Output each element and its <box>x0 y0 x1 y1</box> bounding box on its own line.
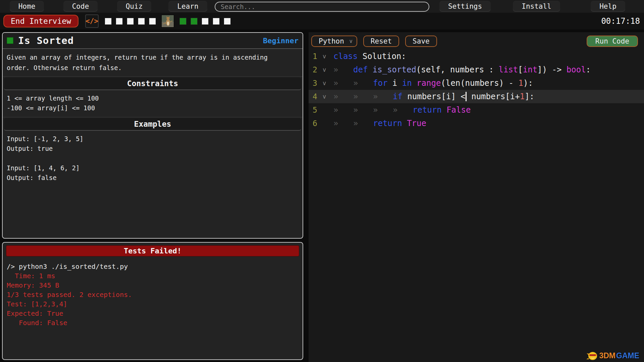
line-number: 6 <box>313 119 323 128</box>
watermark-3dm-text: 3DM <box>599 351 615 360</box>
run-code-button[interactable]: Run Code <box>587 36 638 47</box>
code-token: return <box>373 119 402 128</box>
code-token: in <box>402 78 412 88</box>
code-token: bool <box>567 65 586 74</box>
nav-item-settings[interactable]: Settings <box>429 0 501 13</box>
code-token: Solution: <box>358 52 406 61</box>
code-token: (len(numbers) - <box>441 78 518 88</box>
example-output: Output: false <box>7 173 299 183</box>
save-button[interactable]: Save <box>405 36 437 47</box>
constraints-list: 1 <= array length <= 100-100 <= array[i]… <box>3 91 303 117</box>
code-token <box>402 119 407 128</box>
tests-panel: Tests Failed! /> python3 ./is_sorted/tes… <box>2 242 303 360</box>
progress-square-white <box>202 18 209 25</box>
code-token: False <box>446 105 471 115</box>
code-token: ]) -> <box>537 65 567 74</box>
code-token: return <box>413 105 442 115</box>
code-line-active[interactable]: 4v»»»if numbers[i] < numbers[i+1]: <box>309 90 644 103</box>
indent-marker: » <box>393 105 413 115</box>
code-brackets-icon: </> <box>85 14 99 28</box>
nav-item-help[interactable]: Help <box>572 0 644 13</box>
nav-item-quiz[interactable]: Quiz <box>107 0 161 13</box>
fold-chevron-icon[interactable]: v <box>323 93 333 100</box>
console-line: 1/3 tests passed. 2 exceptions. <box>7 290 299 299</box>
console-line: Expected: True <box>7 309 299 318</box>
code-token: class <box>333 52 358 61</box>
problem-description: Given an array of integers, return true … <box>3 49 303 77</box>
indent-marker: » <box>353 119 373 128</box>
difficulty-badge: Beginner <box>263 37 299 45</box>
reset-button[interactable]: Reset <box>363 36 399 47</box>
nav-right-group: SettingsInstallHelp <box>429 0 644 13</box>
code-line[interactable]: 3v»»for i in range(len(numbers) - 1): <box>309 76 644 90</box>
line-number: 3 <box>313 79 323 87</box>
nav-item-code[interactable]: Code <box>54 0 107 13</box>
code-line[interactable]: 1vclass Solution: <box>309 50 644 63</box>
code-token: if <box>393 92 402 101</box>
search-input[interactable] <box>215 2 429 12</box>
search-container <box>215 0 429 13</box>
code-line[interactable]: 6»»return True <box>309 117 644 130</box>
code-line[interactable]: 2v»def is_sorted(self, numbers : list[in… <box>309 63 644 76</box>
console-line: /> python3 ./is_sorted/test.py <box>7 262 299 271</box>
fold-chevron-icon[interactable]: v <box>323 53 333 60</box>
avatar <box>161 15 174 27</box>
code-token: range <box>417 78 441 88</box>
editor-panel: Python v Reset Save Run Code 1vclass Sol… <box>309 32 644 362</box>
code-token: int <box>523 65 537 74</box>
watermark-game-text: GAME <box>616 351 639 360</box>
console-line: Found: False <box>7 318 299 327</box>
problem-status-icon <box>7 37 13 44</box>
nav-item-learn[interactable]: Learn <box>161 0 215 13</box>
indent-marker: » <box>333 92 353 101</box>
code-token: 1 <box>519 78 523 88</box>
progress-square-white <box>213 18 220 25</box>
code-token: is_sorted <box>373 65 416 74</box>
example-gap <box>7 154 299 163</box>
code-token: for <box>373 78 387 88</box>
fold-chevron-icon[interactable]: v <box>323 80 333 86</box>
indent-marker: » <box>373 92 393 101</box>
nav-item-label: Learn <box>168 1 207 12</box>
session-timer: 00:17:18 <box>601 16 640 26</box>
editor-toolbar: Python v Reset Save Run Code <box>309 32 644 48</box>
language-select[interactable]: Python v <box>311 36 357 47</box>
nav-item-label: Help <box>591 1 625 12</box>
constraint-line: -100 <= array[i] <= 100 <box>7 103 299 113</box>
tests-failed-banner: Tests Failed! <box>6 245 299 256</box>
code-token: numbers[i+ <box>467 92 520 101</box>
code-token: ]: <box>525 92 534 101</box>
indent-marker: » <box>333 105 353 115</box>
problem-panel: Is Sorted Beginner Given an array of int… <box>2 32 303 239</box>
code-token: ): <box>523 78 533 88</box>
nav-item-home[interactable]: Home <box>0 0 54 13</box>
language-select-value: Python <box>319 37 344 45</box>
end-interview-button[interactable]: End Interview <box>3 15 78 27</box>
top-nav-bar: HomeCodeQuizLearn SettingsInstallHelp <box>0 0 644 13</box>
progress-square-white <box>149 18 156 25</box>
nav-item-label: Quiz <box>117 1 152 12</box>
problem-title: Is Sorted <box>18 35 74 46</box>
code-line[interactable]: 5»»»»return False <box>309 103 644 117</box>
indent-marker: » <box>353 105 373 115</box>
examples-header: Examples <box>4 118 301 131</box>
fold-chevron-icon[interactable]: v <box>323 66 333 73</box>
progress-square-white <box>127 18 134 25</box>
progress-square-white <box>116 18 123 25</box>
constraint-line: 1 <= array length <= 100 <box>7 94 299 103</box>
progress-square-white <box>138 18 145 25</box>
code-token: def <box>353 65 368 74</box>
code-editor[interactable]: 1vclass Solution:2v»def is_sorted(self, … <box>309 50 644 130</box>
code-token <box>368 65 372 74</box>
nav-item-install[interactable]: Install <box>501 0 572 13</box>
session-bar: End Interview </> 00:17:18 <box>0 13 644 29</box>
line-number: 1 <box>313 52 323 61</box>
nav-item-label: Install <box>513 1 560 12</box>
line-number: 2 <box>313 65 323 74</box>
test-console-output: /> python3 ./is_sorted/test.py Time: 1 m… <box>3 259 303 330</box>
example-input: Input: [1, 4, 6, 2] <box>7 163 299 173</box>
examples-list: Input: [-1, 2, 3, 5]Output: trueInput: [… <box>3 131 303 187</box>
code-token: 1 <box>520 92 525 101</box>
indent-marker: » <box>333 78 353 88</box>
code-token: i <box>387 78 402 88</box>
